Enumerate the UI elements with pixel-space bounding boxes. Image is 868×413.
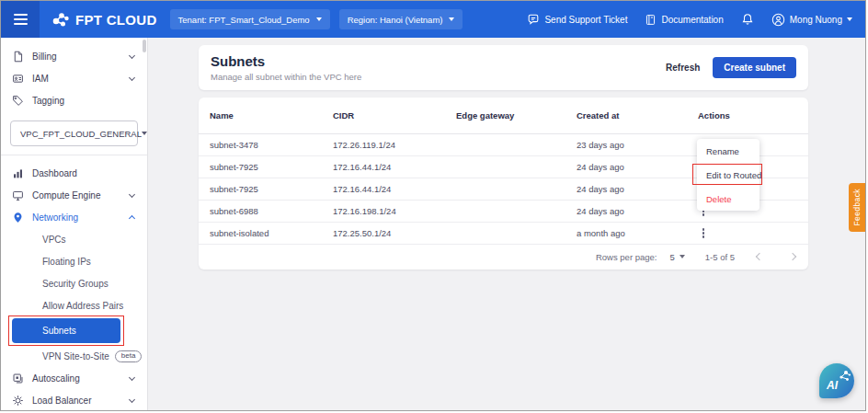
allow-address-pairs-label: Allow Address Pairs (42, 301, 123, 311)
topbar-right-actions: Send Support Ticket Documentation Mong N… (527, 13, 865, 27)
documentation-label: Documentation (661, 15, 723, 25)
row-actions-kebab-icon[interactable] (699, 226, 708, 240)
user-menu[interactable]: Mong Nuong (771, 13, 852, 27)
autoscaling-icon (12, 373, 24, 384)
table-row: subnet-isolated 172.25.50.1/24 a month a… (199, 223, 808, 245)
compute-engine-label: Compute Engine (32, 190, 121, 201)
cell-created-at: 24 days ago (577, 162, 698, 172)
hamburger-menu-button[interactable] (1, 1, 40, 38)
top-navigation-bar: FPT CLOUD Tenant: FPT_Smart_Cloud_Demo R… (1, 1, 865, 38)
documentation-link[interactable]: Documentation (645, 14, 723, 26)
ai-assistant-icon: AI (819, 363, 854, 398)
cell-name: subnet-7925 (210, 162, 333, 172)
tagging-label: Tagging (32, 96, 134, 106)
cell-cidr: 172.16.44.1/24 (333, 162, 456, 172)
sidebar-item-billing[interactable]: Billing (1, 45, 147, 67)
chevron-down-icon (129, 190, 135, 197)
previous-page-icon[interactable] (756, 253, 763, 260)
cell-name: subnet-isolated (210, 228, 333, 238)
networking-icon (12, 212, 24, 224)
compute-engine-icon (12, 189, 24, 201)
iam-label: IAM (32, 74, 121, 84)
cell-created-at: a month ago (577, 228, 698, 238)
floating-ips-label: Floating IPs (42, 257, 91, 267)
sidebar-item-tagging[interactable]: Tagging (1, 89, 147, 111)
dashboard-icon (12, 167, 24, 179)
subnets-label: Subnets (42, 326, 76, 336)
refresh-button[interactable]: Refresh (666, 63, 700, 73)
fpt-cloud-logo[interactable]: FPT CLOUD (51, 10, 157, 29)
cell-name: subnet-3478 (210, 140, 333, 150)
chevron-up-icon (129, 214, 135, 221)
user-name: Mong Nuong (790, 15, 842, 25)
load-balancer-label: Load Balancer (32, 396, 121, 406)
menu-item-rename[interactable]: Rename (697, 139, 760, 163)
bell-icon (741, 13, 754, 26)
vpc-selector-dropdown[interactable]: VPC_FPT_CLOUD_GENERAL (10, 120, 138, 146)
chevron-down-icon (680, 255, 685, 258)
fpt-molecule-icon (51, 10, 70, 29)
menu-item-delete[interactable]: Delete (697, 187, 760, 211)
table-header-row: Name CIDR Edge gateway Created at Action… (199, 98, 808, 134)
sidebar-item-autoscaling[interactable]: Autoscaling (1, 367, 147, 389)
sidebar-item-dashboard[interactable]: Dashboard (1, 162, 147, 184)
rows-per-page-label: Rows per page: (596, 252, 657, 262)
cell-cidr: 172.26.119.1/24 (333, 140, 456, 150)
tenant-label: Tenant: FPT_Smart_Cloud_Demo (178, 15, 310, 25)
cell-name: subnet-6988 (210, 206, 333, 216)
chevron-down-icon (129, 373, 135, 380)
column-header-name: Name (210, 110, 333, 120)
chevron-down-icon (142, 132, 147, 135)
send-support-ticket-link[interactable]: Send Support Ticket (527, 13, 627, 26)
cell-name: subnet-7925 (210, 184, 333, 194)
feedback-tab[interactable]: Feedback (849, 183, 865, 232)
pagination-range: 1-5 of 5 (705, 252, 735, 262)
sidebar-item-vpn-site-to-site[interactable]: VPN Site-to-Site beta (1, 345, 147, 367)
tenant-selector[interactable]: Tenant: FPT_Smart_Cloud_Demo (170, 9, 330, 29)
next-page-icon[interactable] (789, 253, 796, 260)
sidebar-item-security-groups[interactable]: Security Groups (1, 272, 147, 294)
row-actions-context-menu: Rename Edit to Routed Delete (697, 139, 760, 211)
sidebar: Billing IAM Tagging VPC_FPT_CLOUD_GENERA… (1, 38, 148, 410)
sidebar-item-vpcs[interactable]: VPCs (1, 228, 147, 250)
sidebar-item-subnets[interactable]: Subnets (12, 318, 120, 343)
chevron-down-icon (129, 52, 135, 58)
vpn-site-to-site-label: VPN Site-to-Site (42, 351, 109, 361)
iam-icon (12, 73, 24, 85)
sidebar-divider (1, 155, 147, 155)
page-title: Subnets (211, 53, 361, 69)
sidebar-item-networking[interactable]: Networking (1, 206, 147, 228)
sidebar-item-floating-ips[interactable]: Floating IPs (1, 250, 147, 272)
cell-cidr: 172.16.198.1/24 (333, 206, 456, 216)
sidebar-item-compute-engine[interactable]: Compute Engine (1, 184, 147, 206)
billing-label: Billing (32, 52, 121, 62)
notifications-button[interactable] (741, 13, 754, 26)
sidebar-item-allow-address-pairs[interactable]: Allow Address Pairs (1, 294, 147, 316)
chevron-down-icon (129, 396, 135, 402)
billing-icon (12, 51, 24, 63)
region-selector[interactable]: Region: Hanoi (Vietnam) (339, 9, 463, 29)
column-header-actions: Actions (698, 110, 797, 120)
vpc-selector-value: VPC_FPT_CLOUD_GENERAL (20, 129, 142, 139)
rows-per-page-value: 5 (669, 252, 674, 262)
support-ticket-label: Send Support Ticket (544, 15, 627, 25)
rows-per-page-select[interactable]: 5 (669, 252, 684, 262)
sidebar-item-load-balancer[interactable]: Load Balancer (1, 389, 147, 410)
autoscaling-label: Autoscaling (32, 373, 121, 384)
support-ticket-icon (527, 13, 540, 26)
logo-text: FPT CLOUD (75, 12, 157, 28)
chevron-down-icon (129, 74, 135, 80)
feedback-label: Feedback (852, 189, 862, 226)
menu-item-edit-to-routed[interactable]: Edit to Routed (697, 163, 760, 187)
sidebar-scrollbar-thumb[interactable] (143, 40, 146, 52)
load-balancer-icon (12, 395, 24, 407)
ai-assistant-chat-button[interactable]: AI (819, 363, 854, 398)
create-subnet-button[interactable]: Create subnet (713, 57, 796, 78)
security-groups-label: Security Groups (42, 279, 108, 289)
column-header-edge-gateway: Edge gateway (456, 110, 577, 120)
cell-created-at: 23 days ago (577, 140, 698, 150)
sidebar-item-subnets-wrapper: Subnets (1, 318, 147, 343)
column-header-created-at: Created at (577, 110, 698, 120)
chevron-down-icon (847, 17, 852, 21)
sidebar-item-iam[interactable]: IAM (1, 67, 147, 89)
